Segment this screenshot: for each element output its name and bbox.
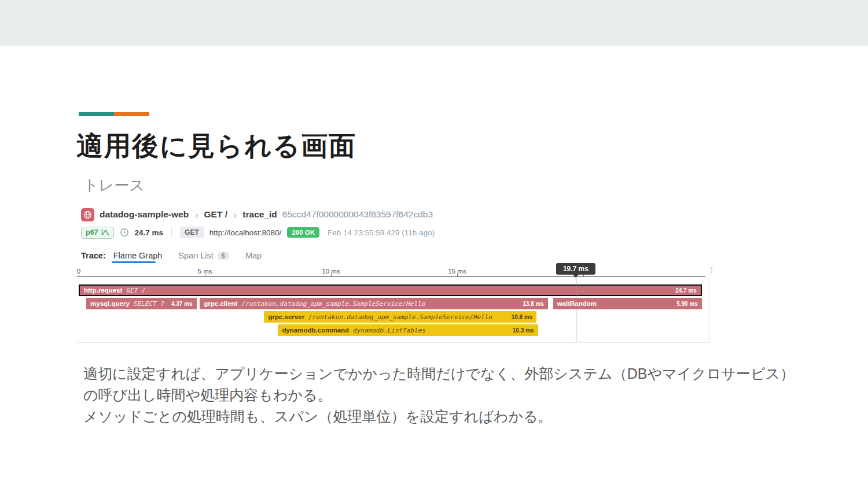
accent-orange-segment <box>114 112 149 116</box>
slide-canvas: 適用後に見られる画面 トレース datadog-sample-web › GET… <box>0 0 868 488</box>
chevron-right-icon: › <box>194 209 198 220</box>
span-resource: SELECT ? <box>134 300 164 308</box>
latency-percentile-badge[interactable]: p67 <box>81 227 114 239</box>
trace-meta-row: p67 24.7 ms GET http://localhost:8080/ 2… <box>81 226 435 239</box>
span-name: waitRandom <box>557 300 597 307</box>
tab-span-list[interactable]: Span List 6 <box>178 251 229 260</box>
accent-teal-segment <box>79 112 114 116</box>
tab-map[interactable]: Map <box>245 251 262 260</box>
flame-span[interactable]: http.requestGET /24.7 ms <box>79 284 702 296</box>
axis-tick-mark <box>457 273 458 276</box>
chevron-right-icon: › <box>233 209 237 220</box>
body-line: メソッドごとの処理時間も、スパン（処理単位）を設定すればわかる。 <box>83 406 812 427</box>
tab-flame-graph[interactable]: Flame Graph <box>113 251 163 260</box>
span-duration: 10.8 ms <box>512 314 533 320</box>
breadcrumb-service[interactable]: datadog-sample-web <box>100 209 189 220</box>
span-resource: dynamodb.ListTables <box>353 327 426 334</box>
trace-id-label: trace_id <box>242 209 277 220</box>
divider <box>171 228 172 237</box>
span-name: mysql.query <box>90 300 130 307</box>
request-url: http://localhost:8080/ <box>209 228 282 237</box>
span-duration: 24.7 ms <box>675 287 697 294</box>
tab-label: Map <box>245 251 262 260</box>
time-axis <box>77 276 705 277</box>
span-name: grpc.client <box>204 300 237 307</box>
distribution-icon <box>101 228 109 237</box>
axis-tick-mark <box>205 273 205 276</box>
breadcrumb: datadog-sample-web › GET / › trace_id 65… <box>81 207 433 222</box>
span-name: grpc.server <box>268 313 304 320</box>
span-duration: 10.3 ms <box>513 327 534 334</box>
trace-id-value: 65ccd47f0000000043f83597f642cdb3 <box>282 209 433 220</box>
trace-tabs: Trace: Flame Graph Span List 6 Map <box>81 249 278 263</box>
span-name: dynamodb.command <box>282 327 349 334</box>
globe-icon <box>81 208 94 221</box>
flame-graph-panel: 05 ms10 ms15 mshttp.requestGET /24.7 msm… <box>77 264 709 343</box>
span-duration: 13.8 ms <box>523 301 544 307</box>
span-resource: /runtakun.datadog_apm_sample.SampleServi… <box>308 313 492 321</box>
time-cursor-line <box>576 276 576 342</box>
panel-resize-dots <box>711 267 714 273</box>
span-duration: 5.90 ms <box>676 301 698 307</box>
active-tab-underline <box>112 261 156 263</box>
clock-icon <box>120 228 129 237</box>
http-method-badge: GET <box>180 227 204 238</box>
slide-body-text: 適切に設定すれば、アプリケーションでかかった時間だけでなく、外部システム（DBや… <box>83 363 812 427</box>
title-accent-bar <box>79 112 149 116</box>
axis-tick-mark <box>331 273 332 276</box>
body-line: 適切に設定すれば、アプリケーションでかかった時間だけでなく、外部システム（DBや… <box>83 363 812 385</box>
span-resource: /runtakun.datadog_apm_sample.SampleServi… <box>241 300 425 308</box>
tab-label: Flame Graph <box>113 251 163 260</box>
status-badge: 200 OK <box>287 227 319 238</box>
tabs-prefix-label: Trace: <box>81 251 106 260</box>
percentile-label: p67 <box>86 228 98 236</box>
trace-timestamp: Feb 14 23:55:59.429 (11h ago) <box>328 228 435 237</box>
flame-span[interactable]: grpc.client/runtakun.datadog_apm_sample.… <box>200 298 548 309</box>
flame-span[interactable]: dynamodb.commanddynamodb.ListTables10.3 … <box>278 324 538 336</box>
page-title: 適用後に見られる画面 <box>76 128 356 164</box>
tab-label: Span List <box>178 251 213 260</box>
span-duration: 4.37 ms <box>171 301 193 307</box>
flame-span[interactable]: mysql.querySELECT ?4.37 ms <box>86 298 197 309</box>
breadcrumb-operation[interactable]: GET / <box>204 209 227 220</box>
page-subtitle: トレース <box>83 175 145 195</box>
span-name: http.request <box>84 287 122 294</box>
body-line: の呼び出し時間や処理内容もわかる。 <box>83 385 812 406</box>
slide-top-band <box>0 0 868 46</box>
trace-duration: 24.7 ms <box>135 228 164 237</box>
span-count-badge: 6 <box>218 252 229 260</box>
flame-span[interactable]: grpc.server/runtakun.datadog_apm_sample.… <box>264 311 536 323</box>
time-cursor-tooltip: 19.7 ms <box>556 263 595 275</box>
axis-tick-mark <box>79 273 79 276</box>
span-resource: GET / <box>126 287 145 294</box>
